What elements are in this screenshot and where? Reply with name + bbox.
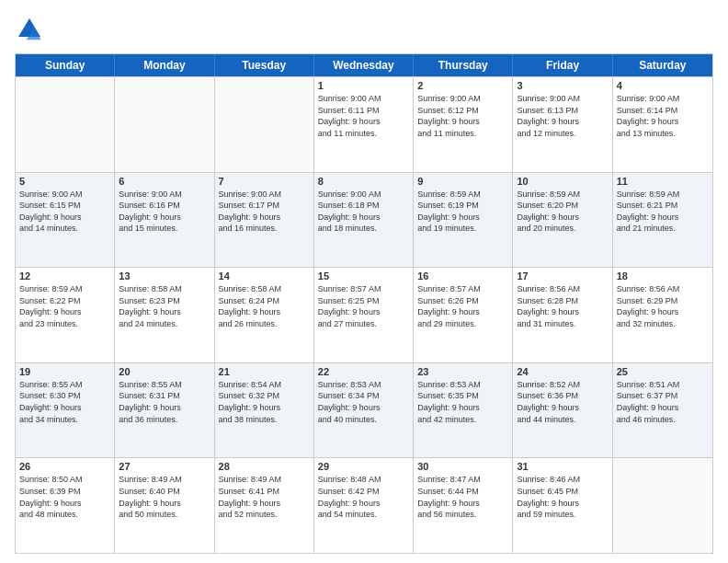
day-info: Sunrise: 8:59 AM Sunset: 6:20 PM Dayligh… <box>517 189 608 235</box>
day-info: Sunrise: 8:59 AM Sunset: 6:21 PM Dayligh… <box>617 189 709 235</box>
day-number: 9 <box>417 176 508 187</box>
day-info: Sunrise: 8:57 AM Sunset: 6:26 PM Dayligh… <box>417 283 508 329</box>
day-info: Sunrise: 8:48 AM Sunset: 6:42 PM Dayligh… <box>318 474 409 520</box>
header-day-tuesday: Tuesday <box>215 54 314 76</box>
calendar: SundayMondayTuesdayWednesdayThursdayFrid… <box>15 53 713 554</box>
day-number: 3 <box>517 80 608 91</box>
day-info: Sunrise: 9:00 AM Sunset: 6:17 PM Dayligh… <box>219 189 310 235</box>
day-cell-23: 23Sunrise: 8:53 AM Sunset: 6:35 PM Dayli… <box>414 363 513 458</box>
day-cell-14: 14Sunrise: 8:58 AM Sunset: 6:24 PM Dayli… <box>215 268 314 362</box>
day-cell-18: 18Sunrise: 8:56 AM Sunset: 6:29 PM Dayli… <box>613 268 712 362</box>
day-number: 4 <box>617 80 709 91</box>
day-info: Sunrise: 9:00 AM Sunset: 6:18 PM Dayligh… <box>318 189 409 235</box>
day-number: 27 <box>119 461 210 472</box>
day-number: 31 <box>517 461 608 472</box>
logo-icon <box>15 15 44 44</box>
day-number: 25 <box>617 366 709 377</box>
calendar-body: 1Sunrise: 9:00 AM Sunset: 6:11 PM Daylig… <box>16 76 712 553</box>
day-cell-21: 21Sunrise: 8:54 AM Sunset: 6:32 PM Dayli… <box>215 363 314 458</box>
day-number: 12 <box>19 270 110 282</box>
day-number: 17 <box>517 270 608 282</box>
week-row-3: 12Sunrise: 8:59 AM Sunset: 6:22 PM Dayli… <box>16 267 712 362</box>
day-number: 28 <box>219 461 310 472</box>
day-info: Sunrise: 9:00 AM Sunset: 6:15 PM Dayligh… <box>19 189 110 235</box>
day-number: 21 <box>219 366 310 377</box>
day-cell-27: 27Sunrise: 8:49 AM Sunset: 6:40 PM Dayli… <box>115 458 214 553</box>
day-cell-26: 26Sunrise: 8:50 AM Sunset: 6:39 PM Dayli… <box>16 458 115 553</box>
day-info: Sunrise: 8:58 AM Sunset: 6:24 PM Dayligh… <box>219 283 310 329</box>
day-cell-4: 4Sunrise: 9:00 AM Sunset: 6:14 PM Daylig… <box>613 77 712 172</box>
day-info: Sunrise: 8:59 AM Sunset: 6:19 PM Dayligh… <box>417 189 508 235</box>
day-cell-29: 29Sunrise: 8:48 AM Sunset: 6:42 PM Dayli… <box>314 458 414 553</box>
day-number: 1 <box>318 80 409 91</box>
day-cell-25: 25Sunrise: 8:51 AM Sunset: 6:37 PM Dayli… <box>613 363 712 458</box>
week-row-4: 19Sunrise: 8:55 AM Sunset: 6:30 PM Dayli… <box>16 362 712 458</box>
day-cell-8: 8Sunrise: 9:00 AM Sunset: 6:18 PM Daylig… <box>314 173 414 268</box>
day-number: 29 <box>318 461 409 472</box>
header <box>15 15 713 44</box>
day-cell-11: 11Sunrise: 8:59 AM Sunset: 6:21 PM Dayli… <box>613 173 712 268</box>
day-cell-15: 15Sunrise: 8:57 AM Sunset: 6:25 PM Dayli… <box>314 268 414 362</box>
day-cell-7: 7Sunrise: 9:00 AM Sunset: 6:17 PM Daylig… <box>215 173 314 268</box>
day-number: 18 <box>617 270 709 282</box>
day-number: 8 <box>318 176 409 187</box>
header-day-sunday: Sunday <box>16 54 115 76</box>
day-info: Sunrise: 8:53 AM Sunset: 6:34 PM Dayligh… <box>318 379 409 425</box>
day-info: Sunrise: 9:00 AM Sunset: 6:12 PM Dayligh… <box>417 93 508 139</box>
day-number: 30 <box>417 461 508 472</box>
day-cell-30: 30Sunrise: 8:47 AM Sunset: 6:44 PM Dayli… <box>414 458 513 553</box>
day-info: Sunrise: 8:56 AM Sunset: 6:29 PM Dayligh… <box>617 283 709 329</box>
day-cell-6: 6Sunrise: 9:00 AM Sunset: 6:16 PM Daylig… <box>115 173 214 268</box>
header-day-wednesday: Wednesday <box>314 54 414 76</box>
empty-cell <box>215 77 314 172</box>
day-cell-17: 17Sunrise: 8:56 AM Sunset: 6:28 PM Dayli… <box>513 268 612 362</box>
day-cell-19: 19Sunrise: 8:55 AM Sunset: 6:30 PM Dayli… <box>16 363 115 458</box>
day-number: 22 <box>318 366 409 377</box>
day-cell-1: 1Sunrise: 9:00 AM Sunset: 6:11 PM Daylig… <box>314 77 414 172</box>
day-number: 15 <box>318 270 409 282</box>
day-info: Sunrise: 8:47 AM Sunset: 6:44 PM Dayligh… <box>417 474 508 520</box>
week-row-1: 1Sunrise: 9:00 AM Sunset: 6:11 PM Daylig… <box>16 76 712 172</box>
logo <box>15 15 50 44</box>
day-number: 26 <box>19 461 110 472</box>
day-cell-12: 12Sunrise: 8:59 AM Sunset: 6:22 PM Dayli… <box>16 268 115 362</box>
day-cell-16: 16Sunrise: 8:57 AM Sunset: 6:26 PM Dayli… <box>414 268 513 362</box>
day-number: 16 <box>417 270 508 282</box>
day-info: Sunrise: 8:55 AM Sunset: 6:30 PM Dayligh… <box>19 379 110 425</box>
day-info: Sunrise: 8:55 AM Sunset: 6:31 PM Dayligh… <box>119 379 210 425</box>
day-cell-31: 31Sunrise: 8:46 AM Sunset: 6:45 PM Dayli… <box>513 458 612 553</box>
day-info: Sunrise: 8:50 AM Sunset: 6:39 PM Dayligh… <box>19 474 110 520</box>
day-info: Sunrise: 8:56 AM Sunset: 6:28 PM Dayligh… <box>517 283 608 329</box>
day-number: 24 <box>517 366 608 377</box>
day-info: Sunrise: 9:00 AM Sunset: 6:13 PM Dayligh… <box>517 93 608 139</box>
day-info: Sunrise: 8:49 AM Sunset: 6:41 PM Dayligh… <box>219 474 310 520</box>
header-day-thursday: Thursday <box>414 54 513 76</box>
day-info: Sunrise: 8:46 AM Sunset: 6:45 PM Dayligh… <box>517 474 608 520</box>
day-number: 10 <box>517 176 608 187</box>
day-info: Sunrise: 8:53 AM Sunset: 6:35 PM Dayligh… <box>417 379 508 425</box>
day-number: 20 <box>119 366 210 377</box>
day-info: Sunrise: 8:51 AM Sunset: 6:37 PM Dayligh… <box>617 379 709 425</box>
day-number: 7 <box>219 176 310 187</box>
day-cell-24: 24Sunrise: 8:52 AM Sunset: 6:36 PM Dayli… <box>513 363 612 458</box>
empty-cell <box>115 77 214 172</box>
day-number: 19 <box>19 366 110 377</box>
day-info: Sunrise: 8:58 AM Sunset: 6:23 PM Dayligh… <box>119 283 210 329</box>
day-info: Sunrise: 8:52 AM Sunset: 6:36 PM Dayligh… <box>517 379 608 425</box>
header-day-friday: Friday <box>513 54 612 76</box>
empty-cell <box>613 458 712 553</box>
week-row-5: 26Sunrise: 8:50 AM Sunset: 6:39 PM Dayli… <box>16 457 712 553</box>
day-cell-13: 13Sunrise: 8:58 AM Sunset: 6:23 PM Dayli… <box>115 268 214 362</box>
day-number: 14 <box>219 270 310 282</box>
day-info: Sunrise: 8:57 AM Sunset: 6:25 PM Dayligh… <box>318 283 409 329</box>
empty-cell <box>16 77 115 172</box>
day-cell-20: 20Sunrise: 8:55 AM Sunset: 6:31 PM Dayli… <box>115 363 214 458</box>
day-number: 5 <box>19 176 110 187</box>
day-info: Sunrise: 8:54 AM Sunset: 6:32 PM Dayligh… <box>219 379 310 425</box>
day-number: 23 <box>417 366 508 377</box>
day-number: 11 <box>617 176 709 187</box>
day-number: 2 <box>417 80 508 91</box>
day-cell-28: 28Sunrise: 8:49 AM Sunset: 6:41 PM Dayli… <box>215 458 314 553</box>
page: SundayMondayTuesdayWednesdayThursdayFrid… <box>0 0 728 563</box>
day-cell-3: 3Sunrise: 9:00 AM Sunset: 6:13 PM Daylig… <box>513 77 612 172</box>
